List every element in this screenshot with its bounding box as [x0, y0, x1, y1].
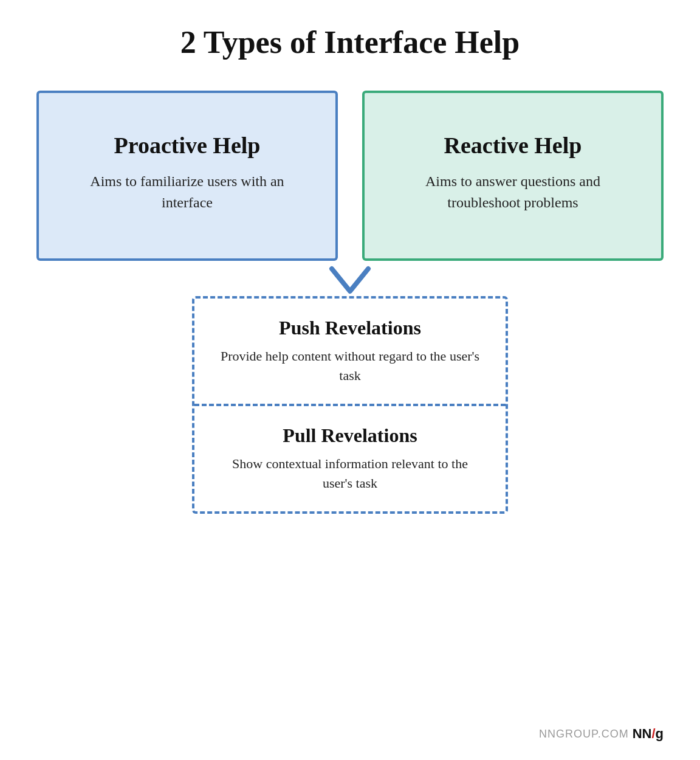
page-title: 2 Types of Interface Help — [180, 24, 520, 60]
logo-brand: NN/g — [633, 726, 664, 742]
push-revelations-section: Push Revelations Provide help content wi… — [194, 299, 506, 406]
pull-revelations-section: Pull Revelations Show contextual informa… — [194, 406, 506, 511]
reactive-card: Reactive Help Aims to answer questions a… — [362, 91, 664, 261]
reactive-description: Aims to answer questions and troubleshoo… — [389, 171, 637, 213]
chevron-container — [192, 266, 508, 296]
pull-revelations-title: Pull Revelations — [283, 424, 417, 447]
top-row: Proactive Help Aims to familiarize users… — [36, 91, 664, 261]
logo-g: g — [656, 726, 664, 741]
reactive-title: Reactive Help — [444, 132, 582, 159]
push-revelations-title: Push Revelations — [279, 317, 421, 339]
chevron-down-icon — [329, 266, 371, 296]
dashed-container: Push Revelations Provide help content wi… — [192, 296, 508, 514]
proactive-title: Proactive Help — [114, 132, 261, 159]
push-revelations-description: Provide help content without regard to t… — [219, 347, 481, 385]
logo-area: NNGROUP.COM NN/g — [539, 726, 664, 742]
bottom-area: Push Revelations Provide help content wi… — [192, 296, 508, 514]
pull-revelations-description: Show contextual information relevant to … — [219, 454, 481, 493]
logo-site-text: NNGROUP.COM — [539, 728, 629, 741]
proactive-description: Aims to familiarize users with an interf… — [63, 171, 311, 213]
logo-nn: NN — [633, 726, 652, 741]
proactive-card: Proactive Help Aims to familiarize users… — [36, 91, 338, 261]
